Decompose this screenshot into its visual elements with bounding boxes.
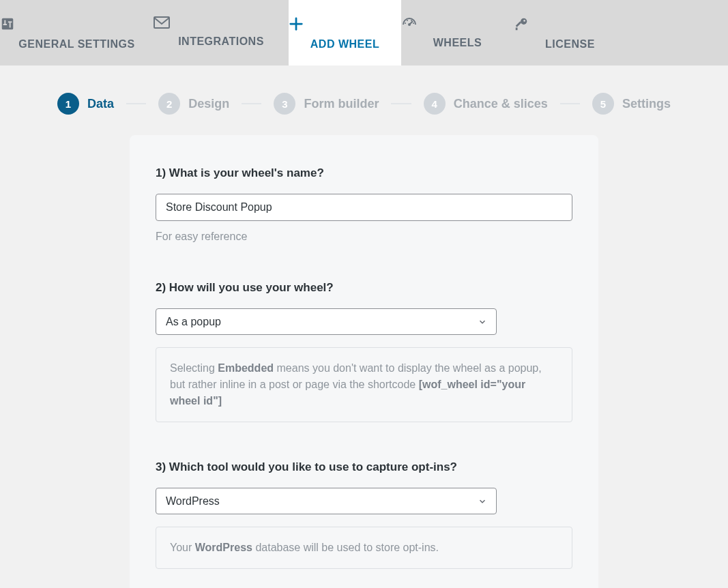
q1-hint: For easy reference xyxy=(156,231,572,243)
step-number: 3 xyxy=(274,93,295,115)
step-chance-slices[interactable]: 4 Chance & slices xyxy=(424,93,548,115)
tab-wheels[interactable]: WHEELS xyxy=(401,0,514,65)
tab-label: WHEELS xyxy=(433,37,482,48)
optin-tool-select[interactable]: WordPress xyxy=(156,488,497,514)
svg-rect-2 xyxy=(10,23,11,27)
tab-label: LICENSE xyxy=(545,38,595,50)
help-bold: WordPress xyxy=(195,542,252,553)
tab-label: ADD WHEEL xyxy=(310,38,379,50)
svg-rect-3 xyxy=(3,24,7,25)
step-number: 5 xyxy=(592,93,614,115)
step-label: Settings xyxy=(622,97,671,111)
wizard-stepper: 1 Data 2 Design 3 Form builder 4 Chance … xyxy=(0,65,728,135)
q3-help: Your WordPress database will be used to … xyxy=(156,527,572,569)
svg-point-10 xyxy=(405,23,406,24)
wheel-name-input[interactable] xyxy=(156,194,572,221)
step-label: Design xyxy=(188,97,229,111)
step-form-builder[interactable]: 3 Form builder xyxy=(274,93,379,115)
svg-point-12 xyxy=(411,20,412,21)
q2-help: Selecting Embedded means you don't want … xyxy=(156,347,572,422)
top-tabs: GENERAL SETTINGS INTEGRATIONS ADD WHEEL … xyxy=(0,0,728,65)
tab-license[interactable]: LICENSE xyxy=(514,0,626,65)
optin-tool-select-wrap: WordPress xyxy=(156,488,497,514)
help-text: Your xyxy=(170,542,195,553)
gauge-icon xyxy=(401,16,514,30)
step-number: 2 xyxy=(158,93,180,115)
step-label: Form builder xyxy=(304,97,379,111)
tab-integrations[interactable]: INTEGRATIONS xyxy=(154,0,289,65)
sliders-icon xyxy=(0,16,154,31)
usage-select[interactable]: As a popup xyxy=(156,308,497,335)
step-number: 1 xyxy=(57,93,79,115)
svg-rect-17 xyxy=(516,28,518,31)
plus-icon xyxy=(289,16,401,31)
svg-rect-5 xyxy=(154,17,169,28)
step-data[interactable]: 1 Data xyxy=(57,93,114,115)
q3-label: 3) Which tool would you like to use to c… xyxy=(156,460,572,474)
svg-point-15 xyxy=(523,20,525,22)
step-connector xyxy=(242,103,261,104)
step-connector xyxy=(391,103,411,104)
svg-line-9 xyxy=(409,21,413,25)
svg-rect-16 xyxy=(516,21,521,27)
step-design[interactable]: 2 Design xyxy=(158,93,229,115)
step-label: Chance & slices xyxy=(454,97,548,111)
tab-label: GENERAL SETTINGS xyxy=(18,38,134,50)
help-text: Selecting xyxy=(170,362,218,374)
help-text: database will be used to store opt-ins. xyxy=(252,542,439,553)
q1-label: 1) What is your wheel's name? xyxy=(156,166,572,180)
svg-point-11 xyxy=(407,20,408,21)
key-icon xyxy=(514,16,626,31)
svg-rect-4 xyxy=(8,21,12,23)
tab-general-settings[interactable]: GENERAL SETTINGS xyxy=(0,0,154,65)
mail-icon xyxy=(154,16,289,29)
step-label: Data xyxy=(87,97,114,111)
help-bold: Embedded xyxy=(218,362,274,374)
q2-label: 2) How will you use your wheel? xyxy=(156,281,572,295)
svg-point-13 xyxy=(413,23,414,24)
usage-select-wrap: As a popup xyxy=(156,308,497,335)
tab-label: INTEGRATIONS xyxy=(178,35,264,47)
step-connector xyxy=(126,103,146,104)
step-settings[interactable]: 5 Settings xyxy=(592,93,671,115)
data-step-form: 1) What is your wheel's name? For easy r… xyxy=(130,135,598,588)
step-number: 4 xyxy=(424,93,446,115)
tab-add-wheel[interactable]: ADD WHEEL xyxy=(289,0,401,65)
step-connector xyxy=(560,103,580,104)
